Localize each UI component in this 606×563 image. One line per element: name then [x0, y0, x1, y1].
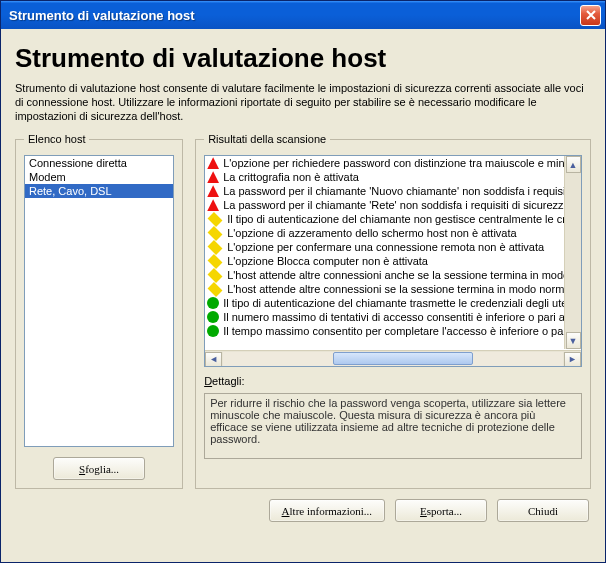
scan-row-text: L'host attende altre connessioni anche s… — [227, 269, 578, 281]
hostlist-legend: Elenco host — [24, 133, 89, 145]
scanresults-group: Risultati della scansione L'opzione per … — [195, 133, 591, 489]
scan-row[interactable]: L'host attende altre connessioni anche s… — [205, 268, 581, 282]
scan-row[interactable]: Il tipo di autenticazione del chiamante … — [205, 296, 581, 310]
export-button[interactable]: Esporta... — [395, 499, 487, 522]
severity-red-icon — [207, 171, 219, 183]
scan-row[interactable]: L'opzione per richiedere password con di… — [205, 156, 581, 170]
severity-green-icon — [207, 297, 219, 309]
details-label: Dettagli: — [204, 375, 582, 387]
scan-row[interactable]: La password per il chiamante 'Nuovo chia… — [205, 184, 581, 198]
details-box[interactable]: Per ridurre il rischio che la password v… — [204, 393, 582, 459]
scan-row[interactable]: Il numero massimo di tentativi di access… — [205, 310, 581, 324]
intro-text: Strumento di valutazione host consente d… — [15, 82, 591, 123]
close-icon[interactable] — [580, 5, 601, 26]
scan-row-text: L'opzione di azzeramento dello schermo h… — [227, 227, 517, 239]
scan-row[interactable]: L'opzione di azzeramento dello schermo h… — [205, 226, 581, 240]
scan-row-text: L'opzione per richiedere password con di… — [223, 157, 576, 169]
severity-green-icon — [207, 311, 219, 323]
scan-row-text: La password per il chiamante 'Nuovo chia… — [223, 185, 571, 197]
scroll-left-icon[interactable]: ◄ — [205, 352, 222, 367]
hostlist-item[interactable]: Rete, Cavo, DSL — [25, 184, 173, 198]
hscroll-thumb[interactable] — [333, 352, 473, 365]
hostlist-group: Elenco host Connessione direttaModemRete… — [15, 133, 183, 489]
page-title: Strumento di valutazione host — [15, 43, 591, 74]
hscrollbar[interactable]: ◄ ► — [205, 350, 581, 367]
severity-red-icon — [207, 199, 219, 211]
hostlist-item[interactable]: Connessione diretta — [25, 156, 173, 170]
scan-row-text: Il tipo di autenticazione del chiamante … — [227, 213, 572, 225]
hscroll-track[interactable] — [223, 352, 563, 367]
titlebar[interactable]: Strumento di valutazione host — [1, 1, 605, 29]
content-area: Strumento di valutazione host Strumento … — [1, 29, 605, 536]
close-button[interactable]: Chiudi — [497, 499, 589, 522]
scan-row-text: L'opzione Blocca computer non è attivata — [227, 255, 428, 267]
scanresults-box[interactable]: L'opzione per richiedere password con di… — [204, 155, 582, 367]
scan-row-text: Il tipo di autenticazione del chiamante … — [223, 297, 567, 309]
scroll-up-icon[interactable]: ▲ — [566, 156, 581, 173]
scanresults-legend: Risultati della scansione — [204, 133, 330, 145]
severity-red-icon — [207, 157, 219, 169]
scan-row-text: Il tempo massimo consentito per completa… — [223, 325, 569, 337]
more-info-button[interactable]: Altre informazioni... — [269, 499, 385, 522]
scan-row-text: L'host attende altre connessioni se la s… — [227, 283, 579, 295]
severity-yellow-icon — [208, 268, 223, 283]
severity-green-icon — [207, 325, 219, 337]
severity-yellow-icon — [208, 240, 223, 255]
scan-row-text: Il numero massimo di tentativi di access… — [223, 311, 565, 323]
window-title: Strumento di valutazione host — [9, 8, 195, 23]
severity-yellow-icon — [208, 282, 223, 297]
severity-red-icon — [207, 185, 219, 197]
vscrollbar[interactable]: ▲ ▼ — [564, 156, 581, 349]
severity-yellow-icon — [208, 226, 223, 241]
severity-yellow-icon — [208, 212, 223, 227]
scan-row[interactable]: Il tempo massimo consentito per completa… — [205, 324, 581, 338]
scan-row-text: La password per il chiamante 'Rete' non … — [223, 199, 570, 211]
scan-row[interactable]: Il tipo di autenticazione del chiamante … — [205, 212, 581, 226]
scan-row-text: L'opzione per confermare una connessione… — [227, 241, 544, 253]
scan-row[interactable]: L'opzione Blocca computer non è attivata — [205, 254, 581, 268]
browse-button[interactable]: Sfoglia... — [53, 457, 145, 480]
scan-row[interactable]: L'opzione per confermare una connessione… — [205, 240, 581, 254]
scan-row[interactable]: La password per il chiamante 'Rete' non … — [205, 198, 581, 212]
scan-row[interactable]: L'host attende altre connessioni se la s… — [205, 282, 581, 296]
scroll-right-icon[interactable]: ► — [564, 352, 581, 367]
scan-row-text: La crittografia non è attivata — [223, 171, 359, 183]
hostlist-item[interactable]: Modem — [25, 170, 173, 184]
dialog-window: Strumento di valutazione host Strumento … — [0, 0, 606, 563]
severity-yellow-icon — [208, 254, 223, 269]
hostlist-box[interactable]: Connessione direttaModemRete, Cavo, DSL — [24, 155, 174, 447]
scan-row[interactable]: La crittografia non è attivata — [205, 170, 581, 184]
scroll-down-icon[interactable]: ▼ — [566, 332, 581, 349]
bottom-buttons: Altre informazioni... Esporta... Chiudi — [15, 499, 591, 522]
